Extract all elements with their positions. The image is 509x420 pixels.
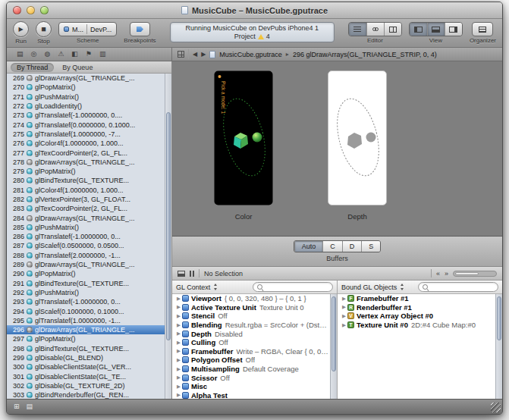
gl-call-row[interactable]: 303 glBindRenderbuffer(GL_REN... [7,390,165,399]
gl-call-row[interactable]: 293 glTranslatef(-1.0000000, 0... [7,297,165,306]
disclosure-triangle-icon[interactable]: ▶ [341,322,347,328]
bottom-bar-icon[interactable]: ⊞ [14,403,20,410]
disclosure-triangle-icon[interactable]: ▶ [175,331,182,337]
organizer-button[interactable] [472,22,493,36]
depth-buffer-preview[interactable]: Depth [328,71,387,236]
gl-call-row[interactable]: 270 glPopMatrix() [7,83,165,92]
gl-call-row[interactable]: 288 glTranslatef(2.0000000, -1... [7,251,165,260]
gl-context-search-input[interactable] [265,283,328,291]
gl-call-row[interactable]: 290 glPopMatrix() [7,269,165,278]
gl-call-row[interactable]: 285 glPushMatrix() [7,223,165,232]
gl-call-row[interactable]: 286 glTranslatef(-1.0000000, 0... [7,232,165,241]
gl-state-row[interactable]: ▶ Active Texture Unit Texture Unit 0 [172,303,330,312]
navigator-icon[interactable]: ⚠ [58,51,64,58]
gl-context-scrollbar-thumb[interactable] [331,296,336,371]
disclosure-triangle-icon[interactable]: ▶ [175,375,182,381]
buffer-segment[interactable]: D [342,241,362,252]
gl-call-row[interactable]: 302 glDisable(GL_TEXTURE_2D) [7,381,165,390]
gl-call-row[interactable]: 273 glTranslatef(-1.0000000, 0.... [7,111,165,120]
gl-call-row[interactable]: 275 glTranslatef(1.0000000, -7... [7,130,165,139]
buffer-segment[interactable]: Auto [294,241,323,252]
gl-call-row[interactable]: 279 glPopMatrix() [7,167,165,176]
gl-call-row[interactable]: 276 glColor4f(1.0000000, 1.000... [7,139,165,148]
buffer-segment[interactable]: C [322,241,342,252]
gl-call-row[interactable]: 295 glTranslatef(1.0000000, -1... [7,316,165,325]
bottom-bar-icon[interactable]: ▤ [27,403,33,410]
gl-state-row[interactable]: ▶ Viewport { 0, 0, 320, 480 } – { 0, 1 } [172,294,330,303]
title-bar[interactable]: MusicCube – MusicCube.gputrace [7,2,502,19]
navigator-icon[interactable]: ⚑ [86,51,92,58]
breakpoints-button[interactable] [130,22,150,36]
toggle-variables-view-icon[interactable] [178,271,185,277]
disclosure-triangle-icon[interactable]: ▶ [175,392,182,398]
related-items-icon[interactable] [178,51,184,58]
bound-objects-search-input[interactable] [431,283,494,291]
gl-state-row[interactable]: ▶ Polygon Offset Off [172,356,330,365]
gl-call-row[interactable]: 274 glTranslatef(0.0000000, 0.1000... [7,120,165,129]
toggle-debug-area-button[interactable] [427,23,445,36]
version-editor-button[interactable] [384,23,401,36]
gl-state-row[interactable]: ▶ Blending Result.rgba = SrcColor + (Dst… [172,321,330,330]
tab-by-queue[interactable]: By Queue [56,63,99,72]
gl-state-row[interactable]: ▶ Multisampling Default Coverage [172,365,330,374]
bound-object-row[interactable]: ▶ V Vertex Array Object #0 [338,312,495,321]
frame-scrollbar[interactable] [453,271,497,277]
gl-call-row[interactable]: 272 glLoadIdentity() [7,102,165,111]
disclosure-triangle-icon[interactable]: ▶ [175,304,182,310]
disclosure-triangle-icon[interactable]: ▶ [341,304,347,310]
gl-state-row[interactable]: ▶ Alpha Test [172,391,330,399]
gl-call-row[interactable]: 271 glPushMatrix() [7,92,165,102]
navigator-icon[interactable]: ◎ [31,51,37,58]
gl-call-row[interactable]: 269 glDrawArrays(GL_TRIANGLE_... [7,74,165,83]
back-button[interactable]: ◀ [193,51,197,58]
gl-call-row[interactable]: 300 glDisableClientState(GL_VER... [7,362,165,371]
gl-call-row[interactable]: 299 glDisable(GL_BLEND) [7,353,165,362]
gl-call-row[interactable]: 291 glBindTexture(GL_TEXTURE... [7,279,165,288]
disclosure-triangle-icon[interactable]: ▶ [175,340,182,346]
popup-arrows-icon[interactable] [213,284,218,290]
gl-state-row[interactable]: ▶ Stencil Off [172,312,330,321]
popup-arrows-icon[interactable] [400,284,405,290]
disclosure-triangle-icon[interactable]: ▶ [175,384,182,390]
scheme-popup[interactable]: M... DevP... [58,22,117,36]
toggle-navigator-button[interactable] [410,23,427,36]
bound-objects-scrollbar-thumb[interactable] [497,296,501,340]
gl-call-row[interactable]: 280 glBindTexture(GL_TEXTURE... [7,176,165,185]
gl-state-row[interactable]: ▶ Culling Off [172,338,330,347]
gl-call-row[interactable]: 289 glDrawArrays(GL_TRIANGLE_... [7,260,165,269]
disclosure-triangle-icon[interactable]: ▶ [175,348,182,354]
navigator-icon[interactable]: ◍ [44,51,50,58]
gl-call-row[interactable]: 281 glColor4f(1.0000000, 1.000... [7,186,165,195]
assistant-editor-button[interactable] [366,23,384,36]
sidebar-scrollbar[interactable] [165,74,171,399]
run-button[interactable]: ▶ [13,21,29,37]
navigator-icon[interactable]: ▥ [99,51,106,58]
bound-object-row[interactable]: ▶ F Framebuffer #1 [338,294,495,303]
gl-state-row[interactable]: ▶ Scissor Off [172,373,330,382]
gl-call-row[interactable]: 282 glVertexPointer(3, GL_FLOAT... [7,195,165,204]
disclosure-triangle-icon[interactable]: ▶ [175,296,182,302]
pause-icon[interactable] [190,271,194,277]
bound-objects-title[interactable]: Bound GL Objects [341,284,397,291]
bound-objects-scrollbar[interactable] [495,294,502,399]
breadcrumb-file[interactable]: MusicCube.gputrace [219,51,282,58]
disclosure-triangle-icon[interactable]: ▶ [175,366,182,372]
breadcrumb-call[interactable]: 296 glDrawArrays(GL_TRIANGLE_STRIP, 0, 4… [293,51,437,58]
gl-call-row[interactable]: 297 glPopMatrix() [7,334,165,343]
disclosure-triangle-icon[interactable]: ▶ [175,313,182,319]
gl-call-row[interactable]: 298 glBindTexture(GL_TEXTURE... [7,344,165,353]
zoom-button[interactable] [40,6,49,14]
page-previous-icon[interactable]: « [436,270,440,277]
navigator-icon[interactable]: ◧ [71,51,78,58]
buffer-segment[interactable]: S [361,241,380,252]
gl-state-row[interactable]: ▶ Depth Disabled [172,329,330,338]
sidebar-scrollbar-thumb[interactable] [166,112,171,340]
disclosure-triangle-icon[interactable]: ▶ [341,313,347,319]
page-next-icon[interactable]: » [445,270,448,277]
resize-grip[interactable] [491,403,501,412]
gl-call-row[interactable]: 277 glTexCoordPointer(2, GL_FL... [7,148,165,157]
gl-call-row[interactable]: 287 glScalef(0.0500000, 0.0500... [7,241,165,250]
gl-state-row[interactable]: ▶ Framebuffer Write – RGBA, Clear { 0, 0… [172,347,330,356]
disclosure-triangle-icon[interactable]: ▶ [175,357,182,363]
gl-context-title[interactable]: GL Context [176,284,210,291]
